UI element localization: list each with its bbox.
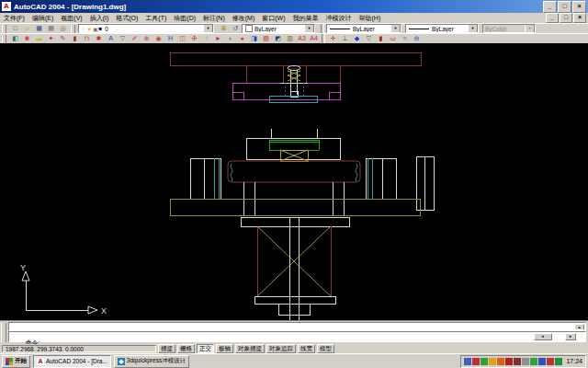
custom-tool-13[interactable]: ◉ bbox=[153, 34, 164, 43]
custom-tool-24[interactable]: ▥ bbox=[284, 34, 296, 43]
close-button[interactable]: × bbox=[572, 1, 586, 13]
coordinate-display[interactable]: 1987.2968, 299.3743, 0.0000 bbox=[2, 345, 156, 352]
custom-tool-17[interactable]: ♀ bbox=[200, 34, 212, 43]
tray-icon-1[interactable] bbox=[464, 358, 471, 365]
color-combo-arrow[interactable]: ▼ bbox=[304, 24, 314, 33]
tray-icon-3[interactable] bbox=[481, 358, 488, 365]
custom-tool-9[interactable]: A bbox=[105, 34, 117, 43]
custom-tool-12[interactable]: ⊕ bbox=[141, 34, 153, 43]
die-tool-7[interactable]: ≡ bbox=[399, 34, 411, 43]
menu-item[interactable]: 修改(M) bbox=[229, 14, 259, 23]
menu-item[interactable]: 我的菜单 bbox=[289, 14, 322, 23]
custom-tool-3[interactable]: ▬ bbox=[33, 34, 45, 43]
tray-icon-5[interactable] bbox=[497, 358, 504, 365]
minimize-button[interactable]: _ bbox=[543, 1, 557, 13]
custom-tool-2[interactable]: ❀ bbox=[21, 34, 33, 43]
open-file-icon[interactable]: ▱ bbox=[21, 24, 33, 33]
custom-tool-11[interactable]: ✐ bbox=[129, 34, 141, 43]
command-window-grip[interactable] bbox=[1, 323, 6, 342]
die-tool-2[interactable]: ⊥ bbox=[339, 34, 351, 43]
custom-tool-6[interactable]: ▮ bbox=[69, 34, 81, 43]
die-tool-1[interactable]: ✛ bbox=[327, 34, 339, 43]
tray-icon-2[interactable] bbox=[472, 358, 480, 365]
custom-tool-20[interactable]: ● bbox=[236, 34, 248, 43]
layer-previous-icon[interactable]: ↺ bbox=[230, 24, 242, 33]
custom-tool-5[interactable]: ✎ bbox=[57, 34, 69, 43]
doc-restore-button[interactable]: □ bbox=[560, 13, 572, 23]
command-input[interactable]: 命令: ◄ ► bbox=[8, 331, 586, 342]
linetype-combo-arrow[interactable]: ▼ bbox=[390, 24, 401, 33]
status-toggle-button[interactable]: 栅格 bbox=[177, 344, 195, 353]
menu-item[interactable]: 标注(N) bbox=[199, 14, 229, 23]
status-toggle-button[interactable]: 线宽 bbox=[298, 344, 315, 353]
tray-icon-4[interactable] bbox=[489, 358, 496, 365]
linetype-combo[interactable]: ByLayer ▼ bbox=[326, 24, 401, 33]
toolbar-grip[interactable] bbox=[2, 25, 6, 33]
start-button[interactable]: 开始 bbox=[2, 355, 30, 368]
status-toggle-button[interactable]: 正交 bbox=[197, 344, 214, 353]
save-icon[interactable]: ▦ bbox=[33, 24, 45, 33]
lineweight-combo-arrow[interactable]: ▼ bbox=[468, 24, 478, 33]
tray-icon-11[interactable] bbox=[547, 358, 554, 365]
status-toggle-button[interactable]: 模型 bbox=[317, 344, 334, 353]
custom-tool-16[interactable]: ✣ bbox=[188, 34, 200, 43]
die-tool-5[interactable]: ▮ bbox=[375, 34, 387, 43]
status-toggle-button[interactable]: 对象捕捉 bbox=[235, 344, 265, 353]
custom-tool-10[interactable]: ▽ bbox=[117, 34, 129, 43]
custom-tool-21[interactable]: ◨ bbox=[248, 34, 260, 43]
doc-close-button[interactable]: × bbox=[573, 13, 586, 23]
custom-tool-14[interactable]: H bbox=[164, 34, 176, 43]
tray-icon-8[interactable] bbox=[522, 358, 529, 365]
tray-icon-12[interactable] bbox=[555, 358, 562, 365]
doc-minimize-button[interactable]: _ bbox=[546, 13, 559, 23]
menu-item[interactable]: 窗口(W) bbox=[258, 14, 288, 23]
hscroll-right-button[interactable]: ► bbox=[565, 333, 576, 340]
tray-icon-10[interactable] bbox=[538, 358, 546, 365]
drawing-canvas[interactable]: Y X bbox=[0, 43, 588, 320]
taskbar-task-button[interactable]: A AutoCAD 2004 - [Dra... bbox=[33, 355, 111, 368]
status-toggle-button[interactable]: 极轴 bbox=[216, 344, 233, 353]
die-tool-3[interactable]: ◆ bbox=[351, 34, 363, 43]
menu-item[interactable]: 视图(V) bbox=[57, 14, 85, 23]
menu-item[interactable]: 绘图(D) bbox=[170, 14, 199, 23]
layer-manager-icon[interactable]: ≣ bbox=[218, 24, 230, 33]
menu-item[interactable]: 冲模设计 bbox=[322, 14, 356, 23]
custom-tool-8[interactable]: ✱ bbox=[93, 34, 105, 43]
preview-icon[interactable]: ◎ bbox=[57, 24, 69, 33]
status-toggle-button[interactable]: 捕捉 bbox=[158, 344, 175, 353]
custom-tool-26[interactable]: A4 bbox=[308, 34, 320, 43]
custom-tool-25[interactable]: A3 bbox=[296, 34, 308, 43]
new-file-icon[interactable]: □ bbox=[9, 24, 21, 33]
toolbar-grip[interactable] bbox=[2, 35, 6, 43]
menu-item[interactable]: 格式(O) bbox=[112, 14, 141, 23]
tray-icon-6[interactable] bbox=[505, 358, 513, 365]
command-history[interactable]: 命令: '_.zoom _e ▲ ▼ bbox=[8, 322, 586, 331]
custom-tool-4[interactable]: ✦ bbox=[45, 34, 57, 43]
menu-item[interactable]: 工具(T) bbox=[141, 14, 170, 23]
custom-tool-1[interactable]: ◧ bbox=[9, 34, 21, 43]
taskbar-task-button[interactable]: ◆ 3dquickpress冲模设计 bbox=[114, 355, 189, 368]
menu-item[interactable]: 编辑(E) bbox=[28, 14, 57, 23]
hscroll-left-button[interactable]: ◄ bbox=[534, 333, 552, 340]
toolbar-grip[interactable] bbox=[71, 25, 75, 33]
layer-combo[interactable]: ☼ ☀ ▣ ■ 0 ▼ bbox=[78, 24, 214, 33]
die-tool-4[interactable]: ▽ bbox=[363, 34, 375, 43]
status-toggle-button[interactable]: 对象追踪 bbox=[266, 344, 296, 353]
color-combo[interactable]: ByLayer ▼ bbox=[242, 24, 315, 33]
custom-tool-18[interactable]: ► bbox=[212, 34, 224, 43]
custom-tool-23[interactable]: ◩ bbox=[272, 34, 284, 43]
plot-icon[interactable]: ▤ bbox=[45, 24, 57, 33]
die-tool-6[interactable]: ▭ bbox=[387, 34, 399, 43]
custom-tool-22[interactable]: ▧ bbox=[260, 34, 272, 43]
custom-tool-19[interactable]: ◗ bbox=[224, 34, 236, 43]
lineweight-combo[interactable]: ByLayer ▼ bbox=[405, 24, 479, 33]
layer-combo-arrow[interactable]: ▼ bbox=[203, 24, 213, 33]
tray-icon-7[interactable] bbox=[514, 358, 521, 365]
custom-tool-15[interactable]: ◫ bbox=[176, 34, 188, 43]
menu-item[interactable]: 文件(F) bbox=[0, 14, 28, 23]
menu-item[interactable]: 帮助(H) bbox=[356, 14, 385, 23]
custom-tool-7[interactable]: ⊓ bbox=[81, 34, 93, 43]
restore-button[interactable]: □ bbox=[558, 1, 571, 13]
tray-icon-9[interactable] bbox=[530, 358, 537, 365]
die-tool-8[interactable]: ⊖ bbox=[411, 34, 423, 43]
